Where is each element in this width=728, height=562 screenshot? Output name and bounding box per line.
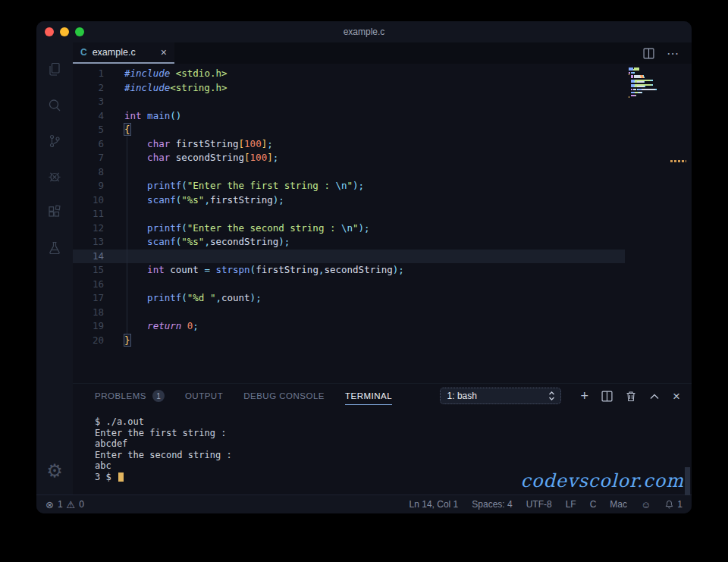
bell-icon xyxy=(664,499,674,510)
debug-icon[interactable] xyxy=(36,159,73,194)
terminal-line: Enter the second string : xyxy=(95,450,692,461)
settings-gear-icon[interactable]: ⚙ xyxy=(36,453,73,488)
panel-tab-label: OUTPUT xyxy=(185,391,223,400)
code-line[interactable]: 12 printf("Enter the second string : \n"… xyxy=(73,221,692,236)
watermark-text: codevscolor.com xyxy=(521,470,684,491)
desktop-background: example.c xyxy=(0,0,728,562)
code-line[interactable]: 14 xyxy=(73,250,692,264)
problems-status[interactable]: ⊗ 1 ⚠ 0 xyxy=(46,499,84,510)
tab-label: example.c xyxy=(93,47,136,58)
code-line[interactable]: 18 xyxy=(73,306,692,320)
line-number: 19 xyxy=(73,319,104,334)
line-number: 18 xyxy=(73,306,104,320)
select-arrows-icon xyxy=(548,391,555,401)
terminal-cursor xyxy=(118,473,124,482)
code-text: return 0; xyxy=(104,319,199,334)
line-number: 1 xyxy=(73,67,104,81)
kill-terminal-trash-icon[interactable] xyxy=(626,391,636,402)
split-terminal-icon[interactable] xyxy=(601,391,613,402)
code-text: printf("Enter the first string : \n"); xyxy=(104,179,364,193)
c-language-icon: C xyxy=(80,47,87,58)
error-icon: ⊗ xyxy=(46,499,54,510)
panel-tab-label: PROBLEMS xyxy=(95,391,146,400)
code-line[interactable]: 7 char secondString[100]; xyxy=(73,151,692,165)
window-title: example.c xyxy=(36,27,692,37)
feedback-smiley-icon[interactable]: ☺ xyxy=(641,499,651,510)
terminal-shell-select[interactable]: 1: bash xyxy=(440,388,561,404)
code-text: printf("Enter the second string : \n"); xyxy=(104,221,370,236)
explorer-icon[interactable] xyxy=(36,52,73,87)
vscode-window: example.c xyxy=(36,21,692,513)
code-line[interactable]: 8 xyxy=(73,165,692,180)
code-editor[interactable]: 1#include <stdio.h>2#include<string.h>34… xyxy=(73,64,692,383)
code-line[interactable]: 13 scanf("%s",secondString); xyxy=(73,235,692,250)
code-line[interactable]: 20} xyxy=(73,334,692,348)
code-line[interactable]: 6 char firstString[100]; xyxy=(73,137,692,152)
minimap[interactable] xyxy=(625,66,692,99)
tab-bar: C example.c × ⋯ xyxy=(73,42,692,64)
code-text xyxy=(104,306,124,320)
error-count: 1 xyxy=(58,499,63,510)
code-line[interactable]: 3 xyxy=(73,95,692,109)
extensions-icon[interactable] xyxy=(36,194,73,230)
code-line[interactable]: 2#include<string.h> xyxy=(73,81,692,96)
status-item-ln-14-col-1[interactable]: Ln 14, Col 1 xyxy=(410,499,459,510)
shell-select-value: 1: bash xyxy=(447,391,477,401)
panel-tab-output[interactable]: OUTPUT xyxy=(185,384,223,408)
panel-tab-problems[interactable]: PROBLEMS1 xyxy=(95,384,165,408)
terminal-scrollbar[interactable] xyxy=(685,467,690,495)
code-line[interactable]: 15 int count = strspn(firstString,second… xyxy=(73,263,692,278)
maximize-panel-chevron-icon[interactable] xyxy=(649,393,660,400)
code-text: scanf("%s",firstString); xyxy=(104,193,284,208)
code-line[interactable]: 17 printf("%d ",count); xyxy=(73,291,692,306)
status-item-spaces-4[interactable]: Spaces: 4 xyxy=(472,499,512,510)
line-number: 13 xyxy=(73,235,104,250)
line-number: 4 xyxy=(73,109,104,124)
more-actions-icon[interactable]: ⋯ xyxy=(667,46,679,61)
status-item-mac[interactable]: Mac xyxy=(610,499,627,510)
line-number: 17 xyxy=(73,291,104,306)
activity-bar: ⚙ xyxy=(36,42,73,494)
close-panel-icon[interactable]: × xyxy=(673,390,680,403)
code-line[interactable]: 11 xyxy=(73,207,692,221)
split-editor-icon[interactable] xyxy=(643,48,654,59)
code-line[interactable]: 5{ xyxy=(73,123,692,137)
status-item-c[interactable]: C xyxy=(590,499,597,510)
code-text: int count = strspn(firstString,secondStr… xyxy=(104,263,404,278)
terminal-line: Enter the first string : xyxy=(95,428,692,439)
code-text: #include<string.h> xyxy=(104,81,227,96)
panel-tab-terminal[interactable]: TERMINAL xyxy=(345,384,392,408)
panel-controls: 1: bash + xyxy=(440,388,692,404)
panel-tab-debug-console[interactable]: DEBUG CONSOLE xyxy=(243,384,325,408)
code-text: char firstString[100]; xyxy=(104,137,273,152)
test-beaker-icon[interactable] xyxy=(36,230,73,265)
notifications-bell[interactable]: 1 xyxy=(664,499,682,510)
code-text: printf("%d ",count); xyxy=(104,291,262,306)
bottom-panel: PROBLEMS1OUTPUTDEBUG CONSOLETERMINAL 1: … xyxy=(73,383,692,494)
code-text: scanf("%s",secondString); xyxy=(104,235,290,250)
code-text xyxy=(104,165,124,180)
warning-icon: ⚠ xyxy=(67,499,76,510)
panel-tab-label: TERMINAL xyxy=(345,391,392,400)
overview-ruler-mark xyxy=(670,160,686,162)
code-text: int main() xyxy=(104,109,181,124)
line-number: 14 xyxy=(73,250,104,264)
code-text: } xyxy=(104,334,130,348)
tab-example-c[interactable]: C example.c × xyxy=(73,42,174,64)
tab-close-icon[interactable]: × xyxy=(161,47,167,58)
line-number: 11 xyxy=(73,207,104,221)
status-item-utf-8[interactable]: UTF-8 xyxy=(526,499,552,510)
code-line[interactable]: 1#include <stdio.h> xyxy=(73,67,692,81)
code-line[interactable]: 4int main() xyxy=(73,109,692,124)
search-icon[interactable] xyxy=(36,87,73,123)
source-control-icon[interactable] xyxy=(36,123,73,159)
code-line[interactable]: 19 return 0; xyxy=(73,319,692,334)
status-item-lf[interactable]: LF xyxy=(566,499,576,510)
line-number: 15 xyxy=(73,263,104,278)
code-line[interactable]: 16 xyxy=(73,278,692,292)
code-line[interactable]: 9 printf("Enter the first string : \n"); xyxy=(73,179,692,193)
code-line[interactable]: 10 scanf("%s",firstString); xyxy=(73,193,692,208)
line-number: 7 xyxy=(73,151,104,165)
notification-count: 1 xyxy=(677,499,682,510)
new-terminal-icon[interactable]: + xyxy=(581,389,589,403)
